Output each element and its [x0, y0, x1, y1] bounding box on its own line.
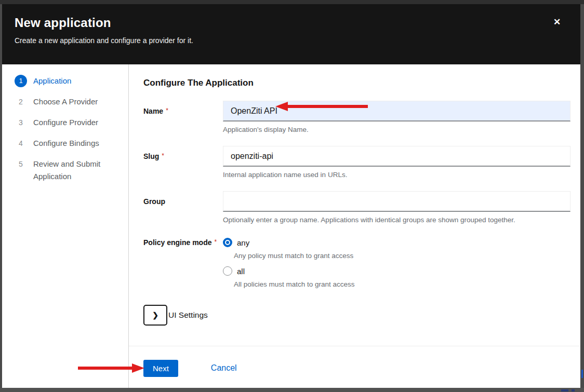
required-asterisk: *	[214, 238, 217, 246]
form-group-name: Name* Application's display Name.	[143, 101, 570, 133]
policy-mode-all-radio[interactable]: all	[223, 265, 570, 277]
step-number: 5	[15, 158, 27, 170]
modal-footer: Next Cancel	[129, 346, 580, 388]
required-asterisk: *	[162, 152, 164, 159]
form-group-group: Group Optionally enter a group name. App…	[143, 191, 570, 224]
modal-subtitle: Create a new application and configure a…	[15, 36, 568, 45]
step-label: Configure Bindings	[33, 137, 99, 150]
slug-label: Slug	[143, 152, 159, 160]
next-button[interactable]: Next	[143, 360, 178, 377]
form-group-slug: Slug* Internal application name used in …	[143, 146, 570, 179]
wizard-step-application[interactable]: 1 Application	[15, 75, 122, 87]
step-number: 1	[15, 75, 27, 87]
page-title: Configure The Application	[143, 78, 570, 88]
backdrop-bottom-strip	[0, 388, 584, 392]
step-number: 3	[15, 116, 27, 129]
modal-header: New application Create a new application…	[2, 4, 580, 64]
wizard-step-configure-provider[interactable]: 3 Configure Provider	[15, 116, 122, 129]
radio-any-helper-text: Any policy must match to grant access	[234, 252, 570, 260]
main-column: Configure The Application Name* Applicat…	[129, 64, 580, 388]
chevron-right-icon[interactable]: ❯	[143, 305, 167, 326]
group-field[interactable]	[223, 191, 570, 212]
ui-settings-label: UI Settings	[168, 310, 208, 320]
step-label: Choose A Provider	[33, 96, 98, 108]
wizard-step-choose-provider[interactable]: 2 Choose A Provider	[15, 96, 122, 108]
slug-helper-text: Internal application name used in URLs.	[223, 171, 570, 179]
radio-all-label: all	[237, 267, 245, 276]
wizard-step-review-submit[interactable]: 5 Review and Submit Application	[15, 158, 122, 183]
wizard-step-content: Configure The Application Name* Applicat…	[129, 64, 580, 346]
group-helper-text: Optionally enter a group name. Applicati…	[223, 216, 570, 224]
wizard-step-nav: 1 Application 2 Choose A Provider 3 Conf…	[2, 64, 129, 388]
radio-all-helper-text: All policies must match to grant access	[234, 280, 570, 288]
step-label: Application	[33, 75, 71, 87]
policy-mode-any-radio[interactable]: any	[223, 236, 570, 249]
backdrop-speck	[572, 389, 575, 391]
backdrop-speck	[561, 389, 568, 391]
name-label: Name	[143, 107, 163, 115]
form-group-policy-engine-mode: Policy engine mode* any Any policy must …	[143, 236, 570, 293]
backdrop-top-strip	[0, 0, 584, 4]
ui-settings-section: ❯ UI Settings	[143, 305, 570, 326]
step-number: 4	[15, 137, 27, 150]
required-asterisk: *	[166, 107, 168, 114]
close-icon[interactable]: ✕	[551, 17, 563, 28]
backdrop-right-sliver	[581, 370, 583, 378]
radio-selected-icon[interactable]	[223, 238, 232, 247]
name-field[interactable]	[223, 101, 570, 121]
modal-title: New application	[15, 16, 568, 30]
step-label: Review and Submit Application	[33, 158, 111, 183]
new-application-modal: New application Create a new application…	[2, 4, 580, 388]
step-label: Configure Provider	[33, 116, 98, 129]
slug-field[interactable]	[223, 146, 570, 167]
modal-body: 1 Application 2 Choose A Provider 3 Conf…	[2, 64, 580, 388]
step-number: 2	[15, 96, 27, 108]
wizard-step-configure-bindings[interactable]: 4 Configure Bindings	[15, 137, 122, 150]
radio-any-label: any	[237, 238, 249, 247]
radio-unselected-icon[interactable]	[223, 266, 232, 276]
group-label: Group	[143, 197, 165, 206]
cancel-button[interactable]: Cancel	[211, 360, 237, 373]
name-helper-text: Application's display Name.	[223, 126, 570, 133]
policy-engine-mode-label: Policy engine mode	[143, 238, 211, 247]
